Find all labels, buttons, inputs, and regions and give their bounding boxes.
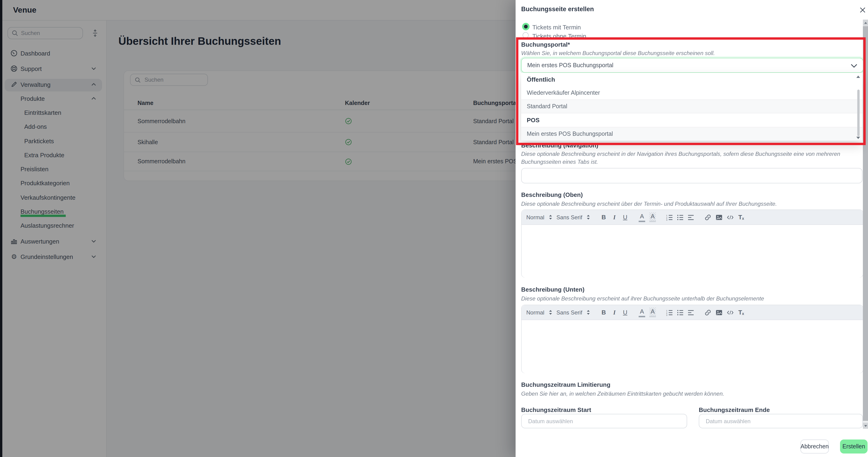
italic-button[interactable]: I: [611, 213, 618, 221]
period-end-input[interactable]: [699, 414, 863, 428]
top-desc-label: Beschreibung (Oben): [521, 191, 583, 198]
portal-select[interactable]: Mein erstes POS Buchungsportal: [521, 58, 863, 73]
create-button[interactable]: Erstellen: [840, 439, 868, 454]
paragraph-style-select[interactable]: Normal: [526, 214, 544, 221]
top-desc-editor-body[interactable]: [522, 224, 863, 278]
bottom-desc-hint: Diese optionale Beschreibung erscheint a…: [521, 295, 853, 303]
chevron-down-icon: [851, 64, 857, 68]
scrollbar-down-button[interactable]: [863, 423, 868, 429]
bold-button[interactable]: B: [600, 213, 607, 221]
stepper-icon[interactable]: [549, 309, 552, 315]
stepper-icon[interactable]: [586, 309, 590, 315]
drawer-title: Buchungsseite erstellen: [521, 6, 594, 12]
highlight-color-button[interactable]: A: [649, 212, 656, 222]
link-icon[interactable]: [704, 308, 711, 317]
period-section-label: Buchungszeitraum Limitierung: [521, 381, 611, 388]
text-color-button[interactable]: A: [639, 308, 645, 317]
dropdown-scroll-thumb[interactable]: [857, 90, 860, 136]
period-end-input-field[interactable]: [705, 418, 854, 425]
period-end-label: Buchungszeitraum Ende: [699, 406, 770, 413]
drawer-scrollbar[interactable]: [863, 20, 868, 429]
font-select[interactable]: Sans Serif: [556, 309, 582, 316]
nav-desc-label: Beschreibung (Navigation): [521, 142, 598, 149]
nav-desc-input[interactable]: [521, 168, 862, 183]
nav-desc-hint: Diese optionale Beschreibung erscheint i…: [521, 150, 853, 166]
bottom-desc-editor[interactable]: Normal Sans Serif B I U A A 123: [521, 305, 863, 373]
radio-label[interactable]: Tickets ohne Termin: [532, 33, 586, 40]
radio-tickets-mit-termin[interactable]: [522, 23, 530, 30]
paragraph-style-select[interactable]: Normal: [526, 309, 544, 316]
bottom-desc-editor-body[interactable]: [522, 320, 863, 373]
portal-dropdown: Öffentlich Wiederverkäufer Alpincenter S…: [521, 73, 862, 141]
period-start-input[interactable]: [521, 414, 687, 428]
ordered-list-icon[interactable]: 123: [666, 213, 673, 221]
app-root: Venue Dashboard: [0, 0, 868, 457]
dropdown-scrollbar[interactable]: [856, 75, 860, 139]
bold-button[interactable]: B: [600, 308, 607, 317]
scroll-down-icon[interactable]: [856, 137, 860, 139]
period-start-label: Buchungszeitraum Start: [521, 406, 591, 413]
dropdown-option-mein-erstes-pos-buchungsportal[interactable]: Mein erstes POS Buchungsportal: [521, 127, 862, 141]
portal-field-hint: Wählen Sie, in welchem Buchungsportal di…: [521, 50, 715, 57]
radio-label[interactable]: Tickets mit Termin: [532, 24, 581, 31]
scroll-up-icon[interactable]: [856, 76, 860, 78]
stepper-icon[interactable]: [586, 214, 590, 220]
clear-format-button[interactable]: Tx: [738, 308, 744, 317]
link-icon[interactable]: [704, 213, 711, 221]
create-booking-page-drawer: Buchungsseite erstellen Tickets mit Term…: [516, 0, 868, 457]
nav-desc-input-field[interactable]: [527, 172, 835, 179]
portal-select-value: Mein erstes POS Buchungsportal: [527, 62, 614, 68]
portal-field-label: Buchungsportal*: [521, 41, 570, 48]
align-icon[interactable]: [688, 308, 694, 317]
bottom-desc-label: Beschreibung (Unten): [521, 286, 585, 293]
scrollbar-up-button[interactable]: [863, 20, 868, 26]
dropdown-group-pos: POS: [521, 113, 862, 127]
image-icon[interactable]: [716, 308, 722, 317]
svg-text:3: 3: [666, 314, 667, 316]
ordered-list-icon[interactable]: 123: [666, 308, 673, 317]
cancel-button[interactable]: Abbrechen: [800, 439, 829, 454]
top-desc-editor[interactable]: Normal Sans Serif B I U A A 123: [521, 209, 863, 278]
dropdown-option-wiederverkaeufer-alpincenter[interactable]: Wiederverkäufer Alpincenter: [521, 86, 862, 99]
clear-format-button[interactable]: Tx: [738, 213, 744, 221]
period-section-hint: Geben Sie hier an, in welchen Zeiträumen…: [521, 390, 853, 398]
dropdown-option-standard-portal[interactable]: Standard Portal: [521, 99, 862, 114]
editor-toolbar: Normal Sans Serif B I U A A 123: [522, 305, 863, 320]
underline-button[interactable]: U: [622, 308, 628, 317]
stepper-icon[interactable]: [549, 214, 552, 220]
bullet-list-icon[interactable]: [677, 308, 683, 317]
top-desc-hint: Diese optionale Beschreibung erscheint ü…: [521, 200, 853, 208]
code-icon[interactable]: [727, 308, 734, 317]
bullet-list-icon[interactable]: [677, 213, 683, 221]
italic-button[interactable]: I: [611, 308, 618, 317]
scrollbar-thumb[interactable]: [863, 26, 868, 421]
period-start-input-field[interactable]: [527, 418, 678, 425]
highlight-color-button[interactable]: A: [649, 308, 656, 317]
dropdown-group-oeffentlich: Öffentlich: [521, 73, 862, 86]
close-icon[interactable]: [860, 7, 866, 13]
radio-tickets-ohne-termin[interactable]: [523, 32, 529, 38]
text-color-button[interactable]: A: [639, 212, 645, 222]
image-icon[interactable]: [716, 213, 722, 221]
editor-toolbar: Normal Sans Serif B I U A A 123: [522, 210, 863, 224]
align-icon[interactable]: [688, 213, 694, 221]
font-select[interactable]: Sans Serif: [556, 214, 582, 221]
svg-text:3: 3: [666, 219, 667, 221]
underline-button[interactable]: U: [622, 213, 628, 221]
code-icon[interactable]: [727, 213, 734, 221]
